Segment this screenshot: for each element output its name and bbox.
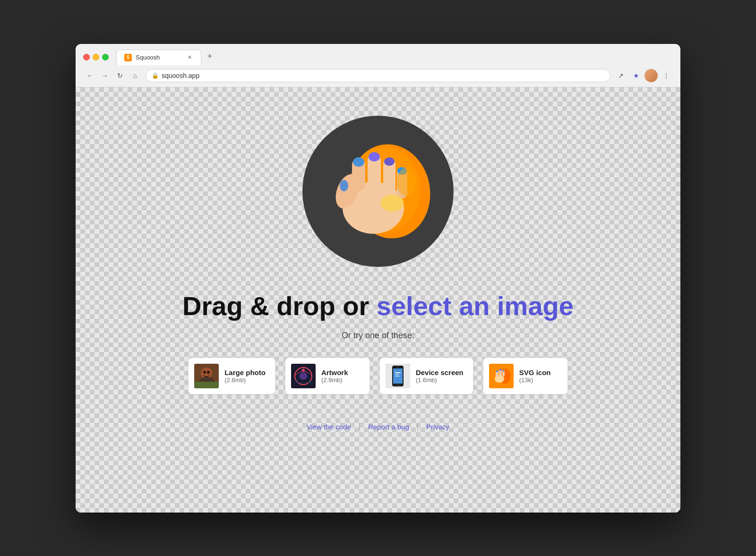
- home-button[interactable]: ⌂: [129, 69, 142, 82]
- svg-rect-32: [395, 385, 401, 385]
- svg-icon-size: (13k): [519, 376, 551, 384]
- large-photo-info: Large photo (2.8mb): [224, 368, 266, 384]
- footer-links: View the code | Report a bug | Privacy: [299, 423, 457, 431]
- svg-point-19: [207, 371, 210, 374]
- samples-container: Large photo (2.8mb): [188, 358, 568, 394]
- page-content[interactable]: Drag & drop or select an image Or try on…: [76, 87, 680, 513]
- privacy-link[interactable]: Privacy: [419, 423, 457, 431]
- sample-device-screen[interactable]: Device screen (1.6mb): [379, 358, 473, 394]
- svg-point-18: [203, 371, 206, 374]
- headline-plain-text: Drag & drop or: [182, 291, 377, 321]
- svg-point-24: [302, 369, 305, 372]
- security-lock-icon: 🔒: [152, 72, 159, 79]
- reload-button[interactable]: ↻: [113, 69, 127, 82]
- large-photo-name: Large photo: [224, 368, 266, 376]
- svg-point-23: [300, 372, 307, 380]
- svg-rect-20: [194, 382, 219, 388]
- tab-favicon: S: [124, 54, 132, 61]
- traffic-lights: [83, 54, 109, 60]
- svg-point-7: [369, 152, 380, 162]
- title-bar: S Squoosh ✕ +: [76, 44, 680, 65]
- large-photo-size: (2.8mb): [224, 376, 266, 384]
- svg-icon-info: SVG icon (13k): [519, 368, 551, 384]
- device-screen-name: Device screen: [416, 368, 464, 376]
- svg-point-12: [340, 180, 348, 191]
- artwork-name: Artwork: [321, 368, 348, 376]
- back-button[interactable]: ←: [83, 69, 96, 82]
- tab-bar: S Squoosh ✕ +: [116, 50, 673, 65]
- select-image-link[interactable]: select an image: [377, 291, 574, 321]
- svg-point-13: [397, 168, 416, 196]
- svg-rect-31: [396, 367, 400, 368]
- svg-point-5: [353, 157, 364, 167]
- view-code-link[interactable]: View the code: [299, 423, 359, 431]
- address-bar[interactable]: 🔒 squoosh.app: [146, 69, 610, 82]
- tab-title: Squoosh: [136, 54, 182, 61]
- svg-point-40: [499, 369, 501, 371]
- large-photo-thumb: [194, 364, 219, 388]
- more-menu-button[interactable]: ⋮: [660, 69, 673, 82]
- svg-point-14: [380, 195, 404, 212]
- svg-icon-name: SVG icon: [519, 368, 551, 376]
- subheadline: Or try one of these:: [342, 331, 414, 341]
- profile-avatar[interactable]: [644, 69, 658, 82]
- svg-rect-28: [395, 372, 401, 373]
- artwork-thumb: [291, 364, 316, 388]
- device-thumbnail-art: [386, 364, 410, 388]
- close-traffic-light[interactable]: [83, 54, 90, 60]
- sample-artwork[interactable]: Artwork (2.9mb): [285, 358, 370, 394]
- minimize-traffic-light[interactable]: [93, 54, 99, 60]
- svg-point-41: [502, 370, 504, 372]
- bookmark-button[interactable]: ★: [629, 69, 643, 82]
- external-link-button[interactable]: ↗: [614, 69, 627, 82]
- photo-thumbnail-art: [194, 364, 219, 388]
- svg-point-9: [384, 157, 395, 166]
- sample-svg-icon[interactable]: SVG icon (13k): [483, 358, 568, 394]
- url-text: squoosh.app: [162, 72, 199, 79]
- squoosh-logo: [302, 116, 454, 267]
- active-tab[interactable]: S Squoosh ✕: [116, 50, 201, 65]
- headline: Drag & drop or select an image: [182, 291, 574, 321]
- browser-window: S Squoosh ✕ + ← → ↻ ⌂: [76, 44, 680, 513]
- svg-icon-thumb: [489, 364, 514, 388]
- tab-close-button[interactable]: ✕: [186, 54, 193, 61]
- svg-rect-30: [395, 376, 400, 376]
- artwork-size: (2.9mb): [321, 376, 348, 384]
- svg-point-39: [496, 370, 498, 372]
- browser-chrome: S Squoosh ✕ + ← → ↻ ⌂: [76, 44, 680, 87]
- nav-right-buttons: ↗ ★ ⋮: [614, 69, 673, 82]
- new-tab-button[interactable]: +: [203, 50, 216, 63]
- report-bug-link[interactable]: Report a bug: [361, 423, 417, 431]
- forward-button[interactable]: →: [98, 69, 112, 82]
- svg-thumbnail-art: [489, 364, 514, 388]
- sample-large-photo[interactable]: Large photo (2.8mb): [188, 358, 275, 394]
- nav-bar: ← → ↻ ⌂ 🔒 squoosh.app ↗: [76, 65, 680, 87]
- device-screen-size: (1.6mb): [416, 376, 464, 384]
- svg-rect-29: [395, 374, 399, 375]
- squoosh-hand-illustration: [317, 130, 439, 253]
- device-screen-thumb: [386, 364, 410, 388]
- maximize-traffic-light[interactable]: [102, 54, 109, 60]
- artwork-info: Artwork (2.9mb): [321, 368, 348, 384]
- device-screen-info: Device screen (1.6mb): [416, 368, 464, 384]
- artwork-thumbnail-art: [291, 364, 316, 388]
- nav-buttons: ← → ↻ ⌂: [83, 69, 142, 82]
